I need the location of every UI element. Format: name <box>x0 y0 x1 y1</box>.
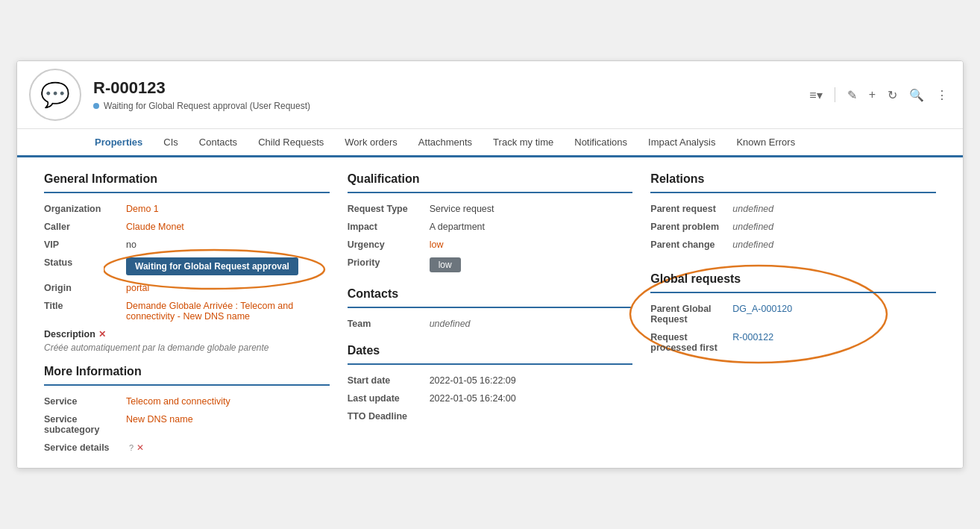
label-priority: Priority <box>348 257 430 268</box>
value-service[interactable]: Telecom and connectivity <box>126 396 330 407</box>
field-parent-global-request: Parent Global Request DG_A-000120 <box>650 304 936 325</box>
tab-impact-analysis[interactable]: Impact Analysis <box>638 129 726 157</box>
label-origin: Origin <box>44 283 126 293</box>
more-info-divider <box>44 384 330 386</box>
edit-button[interactable]: ✎ <box>844 85 860 105</box>
value-origin[interactable]: portal <box>126 283 330 293</box>
field-start-date: Start date 2022-01-05 16:22:09 <box>348 375 633 386</box>
field-urgency: Urgency low <box>348 240 633 250</box>
label-tto-deadline: TTO Deadline <box>348 411 430 422</box>
value-vip: no <box>126 240 330 250</box>
service-details-help-icon[interactable]: ? <box>129 443 134 452</box>
description-text: Créée automatiquement par la demande glo… <box>44 342 330 353</box>
general-info-divider <box>44 192 330 193</box>
divider <box>835 87 835 102</box>
tab-work-orders[interactable]: Work orders <box>334 129 408 157</box>
global-requests-title: Global requests <box>650 272 936 286</box>
label-vip: VIP <box>44 240 126 250</box>
right-column: Relations Parent request undefined Paren… <box>641 172 945 453</box>
field-request-type: Request Type Service request <box>348 204 633 214</box>
record-status-row: Waiting for Global Request approval (Use… <box>93 101 806 111</box>
dates-title: Dates <box>348 344 633 357</box>
label-parent-request: Parent request <box>650 204 732 214</box>
field-service-subcategory: Service subcategory New DNS name <box>44 414 330 435</box>
value-title[interactable]: Demande Globale Arrivée : Telecom and co… <box>126 301 330 322</box>
field-organization: Organization Demo 1 <box>44 204 330 214</box>
value-caller[interactable]: Claude Monet <box>126 222 330 232</box>
record-id: R-000123 <box>93 78 806 98</box>
value-parent-global-request[interactable]: DG_A-000120 <box>732 304 936 314</box>
global-requests-divider <box>650 292 936 293</box>
value-request-type: Service request <box>430 204 633 214</box>
tab-contacts[interactable]: Contacts <box>189 129 248 157</box>
label-service-subcategory: Service subcategory <box>44 414 126 435</box>
field-request-processed-first: Request processed first R-000122 <box>650 332 936 353</box>
label-team: Team <box>348 319 430 329</box>
value-request-processed-first[interactable]: R-000122 <box>732 332 936 342</box>
header-actions: ≡▾ ✎ + ↻ 🔍 ⋮ <box>806 85 951 105</box>
chat-icon: 💬 <box>40 81 70 109</box>
label-organization: Organization <box>44 204 126 214</box>
add-button[interactable]: + <box>866 85 879 104</box>
tab-attachments[interactable]: Attachments <box>408 129 483 157</box>
field-parent-request: Parent request undefined <box>650 204 936 214</box>
field-parent-change: Parent change undefined <box>650 240 936 250</box>
record-status-text: Waiting for Global Request approval (Use… <box>104 101 310 111</box>
tab-known-errors[interactable]: Known Errors <box>726 129 805 157</box>
description-clear-icon[interactable]: ✕ <box>98 329 106 339</box>
middle-column: Qualification Request Type Service reque… <box>339 172 642 453</box>
value-start-date: 2022-01-05 16:22:09 <box>430 375 633 386</box>
more-info-title: More Information <box>44 365 330 378</box>
label-title: Title <box>44 301 126 311</box>
refresh-button[interactable]: ↻ <box>885 85 900 105</box>
field-tto-deadline: TTO Deadline <box>348 411 633 422</box>
field-service-details: Service details ? ✕ <box>44 442 330 453</box>
contacts-section: Contacts Team undefined <box>348 287 633 329</box>
value-parent-request: undefined <box>732 204 936 214</box>
app-logo: 💬 <box>29 69 81 121</box>
label-last-update: Last update <box>348 393 430 404</box>
status-dot <box>93 103 99 109</box>
field-origin: Origin portal <box>44 283 330 293</box>
field-last-update: Last update 2022-01-05 16:24:00 <box>348 393 633 404</box>
general-info-title: General Information <box>44 172 330 186</box>
search-button[interactable]: 🔍 <box>906 85 927 105</box>
value-urgency[interactable]: low <box>430 240 633 250</box>
dates-section: Dates Start date 2022-01-05 16:22:09 Las… <box>348 344 633 422</box>
contacts-title: Contacts <box>348 287 633 301</box>
field-parent-problem: Parent problem undefined <box>650 222 936 232</box>
tab-track-my-time[interactable]: Track my time <box>483 129 564 157</box>
tab-child-requests[interactable]: Child Requests <box>248 129 334 157</box>
value-organization[interactable]: Demo 1 <box>126 204 330 214</box>
field-vip: VIP no <box>44 240 330 250</box>
dropdown-button[interactable]: ≡▾ <box>806 85 825 105</box>
label-status: Status <box>44 257 126 268</box>
field-title: Title Demande Globale Arrivée : Telecom … <box>44 301 330 322</box>
status-badge[interactable]: Waiting for Global Request approval <box>126 257 298 275</box>
page-header: 💬 R-000123 Waiting for Global Request ap… <box>17 61 963 129</box>
label-impact: Impact <box>348 222 430 232</box>
description-label: Description ✕ <box>44 329 330 339</box>
more-info-section: More Information Service Telecom and con… <box>44 365 330 453</box>
value-parent-change: undefined <box>732 240 936 250</box>
dates-divider <box>348 363 633 365</box>
label-request-processed-first: Request processed first <box>650 332 732 353</box>
value-service-subcategory[interactable]: New DNS name <box>126 414 330 425</box>
header-info: R-000123 Waiting for Global Request appr… <box>93 78 806 111</box>
tab-notifications[interactable]: Notifications <box>564 129 638 157</box>
relations-divider <box>650 192 936 193</box>
value-last-update: 2022-01-05 16:24:00 <box>430 393 633 404</box>
tab-properties[interactable]: Properties <box>84 129 153 157</box>
label-service: Service <box>44 396 126 407</box>
qualification-divider <box>348 192 633 193</box>
nav-tabs: Properties CIs Contacts Child Requests W… <box>17 129 963 157</box>
label-start-date: Start date <box>348 375 430 386</box>
contacts-divider <box>348 307 633 308</box>
value-team: undefined <box>430 319 633 329</box>
tab-cis[interactable]: CIs <box>153 129 189 157</box>
field-impact: Impact A department <box>348 222 633 232</box>
service-details-clear-icon[interactable]: ✕ <box>136 442 144 453</box>
label-caller: Caller <box>44 222 126 232</box>
relations-title: Relations <box>650 172 936 186</box>
more-button[interactable]: ⋮ <box>933 85 951 105</box>
